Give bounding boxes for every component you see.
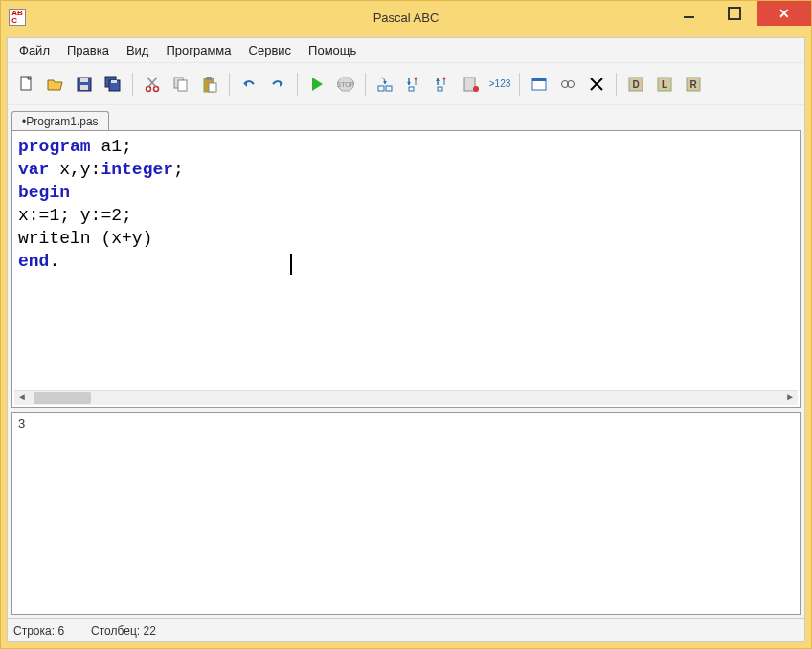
toolbar-separator bbox=[519, 73, 520, 96]
svg-text:L: L bbox=[662, 79, 667, 90]
client-area: Файл Правка Вид Программа Сервис Помощь … bbox=[7, 37, 805, 642]
svg-point-23 bbox=[443, 77, 446, 79]
svg-rect-6 bbox=[111, 80, 117, 83]
code-line: program a1; bbox=[18, 135, 794, 158]
menu-service[interactable]: Сервис bbox=[241, 40, 300, 60]
svg-rect-2 bbox=[80, 78, 88, 82]
window-mode-button[interactable] bbox=[526, 71, 553, 98]
svg-rect-12 bbox=[178, 80, 187, 91]
close-button[interactable] bbox=[757, 1, 811, 26]
window-controls bbox=[665, 1, 811, 34]
status-col: Столбец: 22 bbox=[91, 624, 168, 638]
redo-button[interactable] bbox=[264, 71, 291, 98]
svg-point-8 bbox=[154, 86, 159, 91]
output-text: 3 bbox=[18, 416, 794, 431]
svg-point-21 bbox=[415, 77, 417, 79]
tabs-bar: •Program1.pas bbox=[8, 105, 804, 130]
save-all-button[interactable] bbox=[100, 71, 126, 98]
app-window: ABC Pascal ABC Файл Правка Вид Программа… bbox=[0, 0, 812, 649]
menu-view[interactable]: Вид bbox=[119, 40, 157, 60]
menu-help[interactable]: Помощь bbox=[301, 40, 364, 60]
file-tab[interactable]: •Program1.pas bbox=[11, 111, 109, 131]
statusbar: Строка: 6 Столбец: 22 bbox=[8, 618, 804, 641]
module-d-button[interactable]: D bbox=[622, 71, 649, 98]
toolbar-separator bbox=[297, 73, 298, 96]
copy-button[interactable] bbox=[168, 71, 194, 98]
svg-text:D: D bbox=[632, 79, 639, 90]
svg-rect-20 bbox=[409, 87, 414, 91]
code-line: var x,y:integer; bbox=[18, 158, 794, 181]
step-over-button[interactable] bbox=[400, 71, 427, 98]
code-line: begin bbox=[18, 181, 794, 204]
svg-point-25 bbox=[473, 86, 479, 92]
svg-rect-15 bbox=[209, 83, 216, 92]
scroll-thumb[interactable] bbox=[34, 392, 91, 404]
module-r-button[interactable]: R bbox=[680, 71, 707, 98]
toolbar-separator bbox=[365, 73, 366, 96]
trace-into-button[interactable] bbox=[372, 71, 398, 98]
status-line: Строка: 6 bbox=[13, 624, 76, 638]
scroll-left-arrow[interactable]: ◄ bbox=[14, 391, 30, 406]
svg-text:STOP: STOP bbox=[337, 81, 355, 88]
toolbar: STOP >123 D L R bbox=[8, 63, 804, 105]
step-out-button[interactable] bbox=[429, 71, 456, 98]
save-button[interactable] bbox=[71, 71, 98, 98]
svg-text:R: R bbox=[689, 79, 697, 90]
titlebar[interactable]: ABC Pascal ABC bbox=[1, 1, 811, 34]
code-content: program a1;var x,y:integer;beginx:=1; y:… bbox=[18, 135, 794, 273]
undo-button[interactable] bbox=[236, 71, 262, 98]
output-pane[interactable]: 3 bbox=[11, 412, 801, 615]
code-editor[interactable]: program a1;var x,y:integer;beginx:=1; y:… bbox=[11, 130, 801, 408]
text-cursor bbox=[290, 254, 292, 275]
menu-edit[interactable]: Правка bbox=[59, 40, 117, 60]
watch-button[interactable] bbox=[554, 71, 581, 98]
run-button[interactable] bbox=[304, 71, 330, 98]
toolbar-separator bbox=[132, 73, 133, 96]
svg-rect-18 bbox=[378, 86, 384, 91]
code-line: end. bbox=[18, 250, 794, 273]
minimize-button[interactable] bbox=[665, 1, 711, 26]
svg-rect-19 bbox=[386, 86, 392, 91]
cut-button[interactable] bbox=[139, 71, 166, 98]
app-icon: ABC bbox=[9, 9, 26, 26]
toolbar-separator bbox=[229, 73, 230, 96]
open-file-button[interactable] bbox=[42, 71, 69, 98]
horizontal-scrollbar[interactable]: ◄ ► bbox=[14, 390, 798, 405]
maximize-button[interactable] bbox=[711, 1, 757, 26]
new-file-button[interactable] bbox=[13, 71, 40, 98]
menu-program[interactable]: Программа bbox=[158, 40, 238, 60]
paste-button[interactable] bbox=[196, 71, 223, 98]
code-line: x:=1; y:=2; bbox=[18, 204, 794, 227]
menu-file[interactable]: Файл bbox=[11, 40, 57, 60]
svg-rect-3 bbox=[80, 85, 88, 90]
svg-rect-22 bbox=[438, 87, 442, 91]
svg-rect-27 bbox=[532, 78, 546, 81]
toolbar-separator bbox=[616, 73, 617, 96]
window-title: Pascal ABC bbox=[373, 11, 440, 25]
code-line: writeln (x+y) bbox=[18, 227, 794, 250]
svg-point-7 bbox=[147, 86, 151, 91]
stop-button[interactable]: STOP bbox=[332, 71, 359, 98]
svg-rect-14 bbox=[206, 77, 212, 80]
evaluate-button[interactable]: >123 bbox=[486, 71, 513, 98]
scroll-right-arrow[interactable]: ► bbox=[782, 391, 798, 406]
module-l-button[interactable]: L bbox=[651, 71, 678, 98]
breakpoint-button[interactable] bbox=[458, 71, 485, 98]
menubar: Файл Правка Вид Программа Сервис Помощь bbox=[8, 38, 804, 63]
delete-button[interactable] bbox=[583, 71, 610, 98]
